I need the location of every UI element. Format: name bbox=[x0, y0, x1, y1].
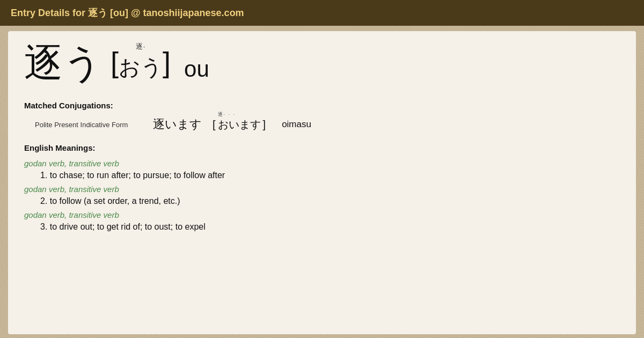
conj-reading-inner: 逐· · · おいます bbox=[218, 117, 261, 132]
conj-romaji: oimasu bbox=[282, 119, 311, 130]
kanji-main: 逐う bbox=[24, 43, 103, 82]
kana-with-furigana: 逐· おう bbox=[119, 42, 163, 82]
reading-section: [ 逐· おう ] bbox=[111, 42, 171, 82]
header-title: Entry Details for 逐う [ou] @ tanoshiijapa… bbox=[11, 8, 244, 18]
verb-type-2: godan verb, transitive verb bbox=[24, 185, 620, 194]
english-meanings-label: English Meanings: bbox=[24, 143, 620, 152]
english-meanings-section: English Meanings: godan verb, transitive… bbox=[24, 143, 620, 232]
meaning-entry-1: godan verb, transitive verb 1. to chase;… bbox=[24, 159, 620, 180]
verb-type-3: godan verb, transitive verb bbox=[24, 210, 620, 219]
header-bar: Entry Details for 逐う [ou] @ tanoshiijapa… bbox=[0, 0, 644, 26]
conj-furigana: 逐· · · bbox=[218, 111, 236, 118]
entry-reading-kana: おう bbox=[119, 53, 163, 82]
meaning-2: 2. to follow (a set order, a trend, etc.… bbox=[40, 196, 620, 206]
meaning-entry-3: godan verb, transitive verb 3. to drive … bbox=[24, 210, 620, 232]
conj-reading-group: [ 逐· · · おいます ] bbox=[213, 117, 266, 132]
conj-bracket-open: [ bbox=[213, 119, 216, 131]
entry-title: 逐う [ 逐· おう ] ou bbox=[24, 42, 620, 87]
bracket-close: ] bbox=[163, 46, 171, 79]
conjugation-row: Polite Present Indicative Form 逐います [ 逐·… bbox=[35, 116, 620, 133]
conj-form-label: Polite Present Indicative Form bbox=[35, 121, 142, 129]
conjugations-label: Matched Conjugations: bbox=[24, 101, 620, 110]
conjugations-section: Matched Conjugations: Polite Present Ind… bbox=[24, 101, 620, 133]
bracket-open: [ bbox=[111, 46, 119, 79]
conj-bracket-close: ] bbox=[263, 119, 266, 131]
verb-type-1: godan verb, transitive verb bbox=[24, 159, 620, 168]
meaning-3: 3. to drive out; to get rid of; to oust;… bbox=[40, 222, 620, 232]
conj-kana: おいます bbox=[218, 119, 261, 130]
meaning-entry-2: godan verb, transitive verb 2. to follow… bbox=[24, 185, 620, 206]
entry-furigana: 逐· bbox=[136, 42, 146, 52]
meaning-1: 1. to chase; to run after; to pursue; to… bbox=[40, 171, 620, 180]
main-content: 逐う [ 逐· おう ] ou Matched Conjugations: Po… bbox=[8, 31, 636, 334]
entry-romaji: ou bbox=[184, 56, 209, 82]
conj-kanji-form: 逐います bbox=[153, 116, 202, 133]
